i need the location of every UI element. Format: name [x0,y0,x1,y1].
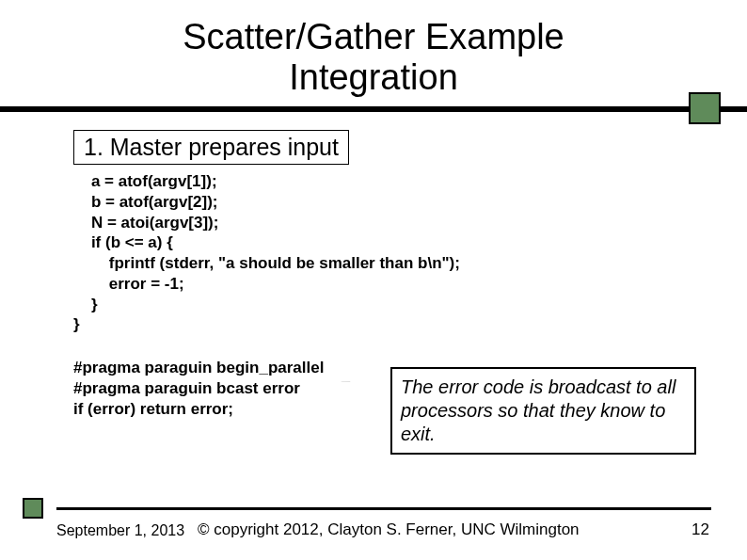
footer-copyright: © copyright 2012, Clayton S. Ferner, UNC… [198,520,580,539]
slide-title: Scatter/Gather Example Integration [0,0,747,97]
title-decor-square [689,92,721,124]
pragma-block: #pragma paraguin begin_parallel #pragma … [73,358,324,419]
footer-date: September 1, 2013 [56,522,184,539]
title-line-1: Scatter/Gather Example [183,17,564,56]
title-line-2: Integration [289,57,458,97]
footer-decor-square [23,498,43,519]
code-block: a = atof(argv[1]); b = atof(argv[2]); N … [73,171,460,335]
step-heading: 1. Master prepares input [84,134,339,160]
callout-text: The error code is broadcast to all proce… [401,376,675,444]
page-number: 12 [691,520,709,539]
title-rule [0,106,747,112]
slide: Scatter/Gather Example Integration 1. Ma… [0,0,747,560]
step-heading-box: 1. Master prepares input [73,130,349,165]
footer-rule [56,507,711,510]
callout-box: The error code is broadcast to all proce… [390,367,696,455]
